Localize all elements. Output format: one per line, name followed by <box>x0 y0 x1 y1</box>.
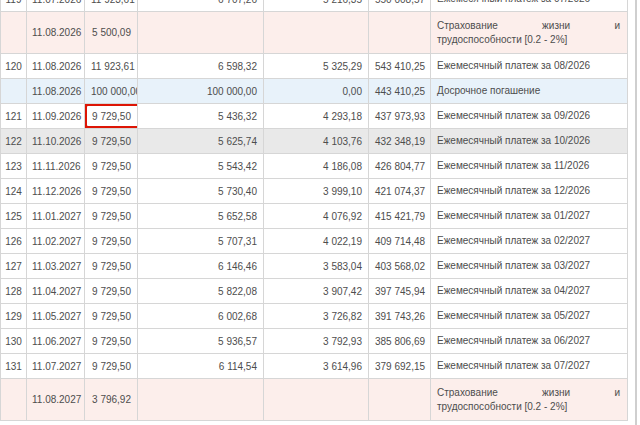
cell-interest: 3 792,93 <box>264 329 369 354</box>
cell-balance: 391 743,26 <box>369 304 431 329</box>
cell-payment: 9 729,50 <box>85 129 138 154</box>
cell-interest: 4 103,76 <box>264 129 369 154</box>
cell-payment: 9 729,50 <box>85 229 138 254</box>
cell-balance: 432 348,19 <box>369 129 431 154</box>
cell-payment: 9 729,50 <box>85 204 138 229</box>
cell-num: 127 <box>1 254 27 279</box>
cell-principal: 6 598,32 <box>138 54 264 79</box>
cell-principal: 6 146,46 <box>138 254 264 279</box>
cell-date: 11.07.2027 <box>27 354 85 379</box>
cell-payment: 9 729,50 <box>85 279 138 304</box>
table-row: 11.08.20265 500,09Страхование жизни и тр… <box>1 12 628 54</box>
cell-payment: 9 729,50 <box>85 254 138 279</box>
table-row: 11911.07.202611 923,616 707,265 216,3555… <box>1 0 628 12</box>
cell-interest: 5 325,29 <box>264 54 369 79</box>
cell-num <box>1 12 27 54</box>
cell-interest: 4 022,19 <box>264 229 369 254</box>
cell-principal: 5 652,58 <box>138 204 264 229</box>
cell-balance: 403 568,02 <box>369 254 431 279</box>
cell-description: Ежемесячный платеж за 01/2027 <box>431 204 628 229</box>
cell-num: 130 <box>1 329 27 354</box>
cell-principal: 6 114,54 <box>138 354 264 379</box>
cell-date: 11.12.2026 <box>27 179 85 204</box>
cell-description: Ежемесячный платеж за 07/2026 <box>431 0 628 12</box>
cell-interest <box>264 379 369 421</box>
cell-interest: 0,00 <box>264 79 369 104</box>
cell-date: 11.08.2026 <box>27 12 85 54</box>
cell-payment: 3 796,92 <box>85 379 138 421</box>
cell-num <box>1 79 27 104</box>
cell-description: Ежемесячный платеж за 11/2026 <box>431 154 628 179</box>
cell-interest: 4 076,92 <box>264 204 369 229</box>
cell-balance: 543 410,25 <box>369 54 431 79</box>
table-row: 12311.11.20269 729,505 543,424 186,08426… <box>1 154 628 179</box>
cell-date: 11.08.2027 <box>27 379 85 421</box>
cell-description: Ежемесячный платеж за 09/2026 <box>431 104 628 129</box>
table-row: 12511.01.20279 729,505 652,584 076,92415… <box>1 204 628 229</box>
cell-date: 11.08.2026 <box>27 79 85 104</box>
cell-num: 125 <box>1 204 27 229</box>
table-wrap: 11911.07.202611 923,616 707,265 216,3555… <box>0 0 628 421</box>
table-row: 13011.06.20279 729,505 936,573 792,93385… <box>1 329 628 354</box>
vertical-divider <box>635 0 637 425</box>
cell-payment: 9 729,50 <box>85 104 138 129</box>
cell-interest: 3 999,10 <box>264 179 369 204</box>
cell-num <box>1 379 27 421</box>
cell-num: 131 <box>1 354 27 379</box>
cell-principal: 5 543,42 <box>138 154 264 179</box>
cell-balance: 415 421,79 <box>369 204 431 229</box>
cell-payment: 9 729,50 <box>85 179 138 204</box>
cell-num: 124 <box>1 179 27 204</box>
cell-interest: 4 293,18 <box>264 104 369 129</box>
cell-description: Ежемесячный платеж за 02/2027 <box>431 229 628 254</box>
cell-date: 11.06.2027 <box>27 329 85 354</box>
cell-principal: 5 707,31 <box>138 229 264 254</box>
payment-schedule-table: 11911.07.202611 923,616 707,265 216,3555… <box>0 0 628 421</box>
cell-interest <box>264 12 369 54</box>
table-row: 12811.04.20279 729,505 822,083 907,42397… <box>1 279 628 304</box>
table-row: 12011.08.202611 923,616 598,325 325,2954… <box>1 54 628 79</box>
cell-balance <box>369 12 431 54</box>
cell-date: 11.02.2027 <box>27 229 85 254</box>
cell-balance: 426 804,77 <box>369 154 431 179</box>
cell-interest: 4 186,08 <box>264 154 369 179</box>
table-row: 12411.12.20269 729,505 730,403 999,10421… <box>1 179 628 204</box>
cell-principal: 6 707,26 <box>138 0 264 12</box>
cell-interest: 3 583,04 <box>264 254 369 279</box>
table-row: 13111.07.20279 729,506 114,543 614,96379… <box>1 354 628 379</box>
table-row: 12911.05.20279 729,506 002,683 726,82391… <box>1 304 628 329</box>
cell-balance: 379 692,15 <box>369 354 431 379</box>
cell-description: Страхование жизни и трудоспособности [0.… <box>431 379 628 421</box>
cell-balance: 409 714,48 <box>369 229 431 254</box>
cell-payment: 9 729,50 <box>85 304 138 329</box>
cell-balance: 550 008,57 <box>369 0 431 12</box>
cell-interest: 5 216,35 <box>264 0 369 12</box>
cell-balance: 421 074,37 <box>369 179 431 204</box>
cell-principal: 5 730,40 <box>138 179 264 204</box>
cell-payment: 11 923,61 <box>85 0 138 12</box>
cell-interest: 3 726,82 <box>264 304 369 329</box>
cell-date: 11.01.2027 <box>27 204 85 229</box>
cell-description: Ежемесячный платеж за 05/2027 <box>431 304 628 329</box>
cell-num: 119 <box>1 0 27 12</box>
cell-date: 11.10.2026 <box>27 129 85 154</box>
cell-description: Ежемесячный платеж за 07/2027 <box>431 354 628 379</box>
highlight-box <box>85 104 138 129</box>
cell-principal: 6 002,68 <box>138 304 264 329</box>
cell-principal: 5 936,57 <box>138 329 264 354</box>
cell-date: 11.07.2026 <box>27 0 85 12</box>
cell-description: Ежемесячный платеж за 04/2027 <box>431 279 628 304</box>
cell-num: 129 <box>1 304 27 329</box>
cell-payment: 9 729,50 <box>85 329 138 354</box>
cell-description: Досрочное погашение <box>431 79 628 104</box>
cell-payment: 9 729,50 <box>85 154 138 179</box>
cell-num: 128 <box>1 279 27 304</box>
cell-num: 123 <box>1 154 27 179</box>
cell-description: Ежемесячный платеж за 06/2027 <box>431 329 628 354</box>
cell-principal: 5 625,74 <box>138 129 264 154</box>
cell-payment: 5 500,09 <box>85 12 138 54</box>
cell-principal: 5 436,32 <box>138 104 264 129</box>
cell-payment: 100 000,00 <box>85 79 138 104</box>
cell-date: 11.05.2027 <box>27 304 85 329</box>
cell-description: Ежемесячный платеж за 10/2026 <box>431 129 628 154</box>
